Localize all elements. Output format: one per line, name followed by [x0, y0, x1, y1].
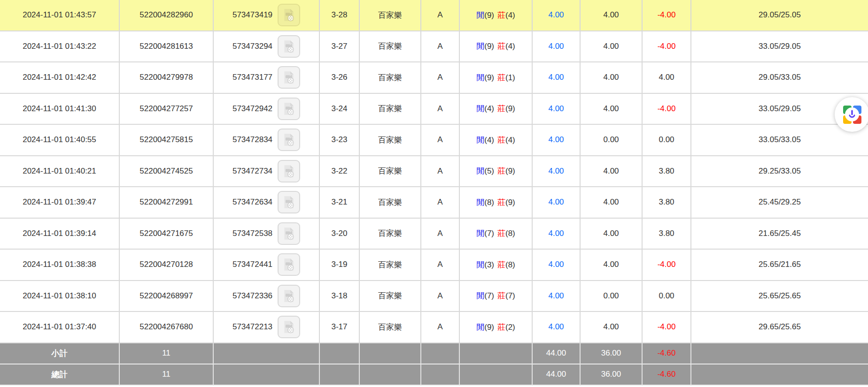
- bet-id: 522004281613: [140, 42, 193, 51]
- shoe-round: 3-26: [331, 73, 347, 82]
- game-type: 百家樂: [378, 104, 402, 113]
- win-loss-cell: 3.80: [643, 187, 691, 219]
- video-replay-button[interactable]: [278, 4, 300, 26]
- table-row[interactable]: 2024-11-01 01:38:10522004268997573472336…: [0, 281, 868, 312]
- table-row[interactable]: 2024-11-01 01:38:38522004270128573472441…: [0, 250, 868, 281]
- summary-count: 11: [162, 370, 170, 379]
- bet-time-cell: 2024-11-01 01:41:30: [0, 94, 120, 125]
- bet-amount-cell[interactable]: 4.00: [533, 187, 581, 219]
- game-type-cell: 百家樂: [360, 94, 421, 125]
- bet-amount-link[interactable]: 4.00: [548, 104, 564, 113]
- bet-time: 2024-11-01 01:37:40: [23, 322, 96, 331]
- bet-amount-link[interactable]: 4.00: [548, 229, 564, 238]
- summary-bet-total-cell: 44.00: [533, 343, 581, 364]
- game-type: 百家樂: [378, 198, 402, 207]
- bet-amount-cell[interactable]: 4.00: [533, 94, 581, 125]
- table-code: A: [437, 322, 442, 331]
- banker-score: (2): [505, 323, 515, 332]
- table-row[interactable]: 2024-11-01 01:39:14522004271675573472538…: [0, 219, 868, 250]
- valid-amount-cell: 4.00: [581, 219, 643, 250]
- banker-score: (8): [505, 260, 515, 269]
- summary-empty-cell: [421, 343, 460, 364]
- table-code: A: [437, 73, 442, 82]
- valid-amount: 4.00: [603, 104, 619, 113]
- table-row[interactable]: 2024-11-01 01:43:22522004281613573473294…: [0, 31, 868, 63]
- video-replay-button[interactable]: [278, 222, 300, 245]
- win-loss-value: 0.00: [659, 135, 674, 144]
- summary-count-cell: 11: [120, 343, 214, 364]
- bet-amount-cell[interactable]: 4.00: [533, 312, 581, 343]
- bet-amount-link[interactable]: 4.00: [548, 322, 564, 331]
- result-cell: 閒(9)莊(4): [460, 0, 533, 31]
- player-score: (3): [484, 260, 494, 269]
- balance-value: 33.05/29.05: [759, 42, 801, 51]
- round-id: 573472834: [232, 135, 272, 144]
- game-type: 百家樂: [378, 11, 402, 20]
- bet-amount-cell[interactable]: 4.00: [533, 281, 581, 312]
- banker-score: (9): [505, 167, 515, 175]
- bet-amount-link[interactable]: 4.00: [548, 167, 564, 175]
- video-replay-button[interactable]: [278, 191, 300, 213]
- game-type-cell: 百家樂: [360, 62, 421, 94]
- bet-amount-link[interactable]: 4.00: [548, 73, 564, 82]
- shoe-round: 3-28: [331, 10, 347, 19]
- valid-amount-cell: 4.00: [581, 250, 643, 281]
- bet-amount-link[interactable]: 4.00: [548, 10, 564, 19]
- video-replay-button[interactable]: [278, 66, 300, 89]
- bet-amount-cell[interactable]: 4.00: [533, 219, 581, 250]
- player-score: (4): [484, 136, 494, 144]
- win-loss-value: 3.80: [659, 197, 674, 206]
- video-replay-button[interactable]: [278, 285, 300, 307]
- table-code-cell: A: [421, 281, 460, 312]
- shoe-round: 3-18: [331, 291, 347, 300]
- bet-amount-link[interactable]: 4.00: [548, 197, 564, 206]
- bet-id-cell: 522004268997: [120, 281, 214, 312]
- extension-floating-button[interactable]: [835, 97, 868, 132]
- bet-amount-link[interactable]: 4.00: [548, 260, 564, 269]
- bet-amount-link[interactable]: 4.00: [548, 291, 564, 300]
- bet-amount-cell[interactable]: 4.00: [533, 125, 581, 156]
- video-replay-button[interactable]: [278, 316, 300, 338]
- bet-amount-cell[interactable]: 4.00: [533, 250, 581, 281]
- bet-amount-link[interactable]: 4.00: [548, 135, 564, 144]
- table-row[interactable]: 2024-11-01 01:40:55522004275815573472834…: [0, 125, 868, 156]
- round-id-wrap: 573472942: [214, 98, 318, 120]
- win-loss-value: -4.00: [658, 260, 676, 269]
- table-row[interactable]: 2024-11-01 01:40:21522004274525573472734…: [0, 156, 868, 188]
- video-replay-button[interactable]: [278, 129, 300, 151]
- bet-amount-cell[interactable]: 4.00: [533, 0, 581, 31]
- bet-amount-link[interactable]: 4.00: [548, 42, 564, 51]
- bet-amount-cell[interactable]: 4.00: [533, 62, 581, 94]
- bet-time: 2024-11-01 01:40:55: [23, 135, 96, 144]
- bet-id: 522004267680: [140, 322, 193, 331]
- video-replay-button[interactable]: [278, 98, 300, 120]
- win-loss-value: 4.00: [659, 73, 674, 82]
- game-type: 百家樂: [378, 167, 402, 175]
- table-code: A: [437, 229, 442, 238]
- win-loss-cell: -4.00: [643, 0, 691, 31]
- video-replay-button[interactable]: [278, 253, 300, 276]
- player-score: (7): [484, 291, 494, 300]
- valid-amount: 4.00: [603, 10, 619, 19]
- table-row[interactable]: 2024-11-01 01:43:57522004282960573473419…: [0, 0, 868, 31]
- summary-label-cell: 小計: [0, 343, 120, 364]
- table-row[interactable]: 2024-11-01 01:39:47522004272991573472634…: [0, 187, 868, 219]
- table-row[interactable]: 2024-11-01 01:42:42522004279978573473177…: [0, 62, 868, 94]
- bet-time: 2024-11-01 01:39:14: [23, 229, 96, 238]
- table-row[interactable]: 2024-11-01 01:37:40522004267680573472213…: [0, 312, 868, 343]
- table-code-cell: A: [421, 0, 460, 31]
- summary-bet-total: 44.00: [546, 349, 566, 357]
- result-cell: 閒(7)莊(8): [460, 219, 533, 250]
- bet-amount-cell[interactable]: 4.00: [533, 156, 581, 188]
- video-replay-button[interactable]: [278, 35, 300, 58]
- bet-amount-cell[interactable]: 4.00: [533, 31, 581, 63]
- banker-score: (9): [505, 198, 515, 207]
- win-loss-value: -4.00: [658, 322, 676, 331]
- win-loss-cell: -4.00: [643, 31, 691, 63]
- table-row[interactable]: 2024-11-01 01:41:30522004277257573472942…: [0, 94, 868, 125]
- round-id-cell: 573473177: [214, 62, 320, 94]
- shoe-round-cell: 3-22: [320, 156, 360, 188]
- video-replay-button[interactable]: [278, 160, 300, 182]
- round-id: 573473177: [232, 73, 272, 82]
- bet-time-cell: 2024-11-01 01:40:21: [0, 156, 120, 188]
